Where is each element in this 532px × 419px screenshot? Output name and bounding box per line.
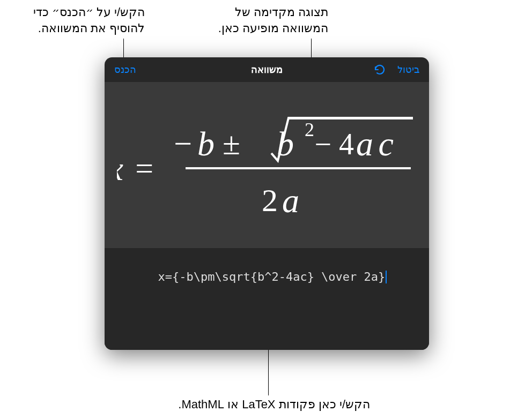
svg-text:±: ±: [223, 126, 240, 161]
svg-text:b: b: [277, 125, 294, 163]
insert-button[interactable]: הכנס: [114, 64, 136, 76]
svg-text:a: a: [282, 182, 299, 220]
callout-preview-text: תצוגה מקדימה של המשוואה מופיעה כאן.: [194, 4, 328, 36]
svg-text:x: x: [117, 149, 123, 188]
dialog-titlebar: ביטול משוואה הכנס: [105, 57, 429, 82]
equation-code-input[interactable]: x={-b\pm\sqrt{b^2-4ac} \over 2a}: [115, 257, 418, 339]
svg-text:4: 4: [339, 128, 354, 161]
svg-text:2: 2: [262, 183, 278, 218]
svg-text:a: a: [356, 125, 373, 163]
equation-render: x = − b ± b 2 − 4 a c 2 a: [117, 95, 417, 235]
svg-rect-2: [186, 167, 411, 169]
undo-icon[interactable]: [373, 63, 387, 77]
equation-input-area[interactable]: x={-b\pm\sqrt{b^2-4ac} \over 2a}: [105, 248, 429, 350]
svg-text:b: b: [197, 125, 215, 163]
text-cursor: [386, 271, 387, 283]
equation-code-text: x={-b\pm\sqrt{b^2-4ac} \over 2a}: [158, 270, 385, 283]
titlebar-right-group: ביטול: [373, 63, 419, 77]
titlebar-left-group: הכנס: [114, 64, 136, 76]
svg-text:−: −: [314, 128, 331, 161]
svg-text:c: c: [378, 125, 393, 163]
equation-dialog: ביטול משוואה הכנס x = − b: [105, 57, 429, 350]
callout-input-text: הקש/י כאן פקודות LaTeX או MathML.: [177, 396, 370, 413]
callout-insert-text: הקש/י על ״הכנס״ כדי להוסיף את המשוואה.: [21, 4, 145, 36]
svg-text:−: −: [174, 126, 192, 161]
svg-text:=: =: [135, 151, 153, 186]
equation-preview: x = − b ± b 2 − 4 a c 2 a: [105, 82, 429, 248]
cancel-button[interactable]: ביטול: [397, 64, 419, 76]
svg-text:2: 2: [305, 119, 314, 140]
